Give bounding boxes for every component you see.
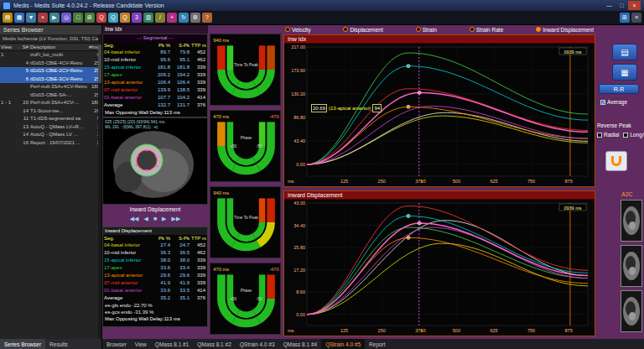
a2c-frame-1[interactable] <box>621 200 642 242</box>
patient-browser-icon[interactable]: ▤ <box>3 13 13 23</box>
qmass-icon[interactable]: Q <box>96 13 106 23</box>
stop-button[interactable]: ■ <box>153 215 157 222</box>
app-tab-qmass-8-1-4[interactable]: QMass 8.1 #4 <box>279 339 321 349</box>
a2c-frame-2[interactable] <box>621 245 642 287</box>
mode-velocity[interactable]: Velocity <box>285 27 310 33</box>
lv-shape-icon <box>611 156 621 166</box>
series-row[interactable]: 1 - 120Perf-trufi-3SA+4CV-...180 <box>0 99 101 107</box>
close-study-icon[interactable]: × <box>38 13 48 23</box>
series-row[interactable]: Perf-trufi-3SA+4CV-Retro180 <box>0 83 101 91</box>
app-tabs: BrowserViewQMass 8.1 #1QMass 8.1 #2QStra… <box>102 339 390 349</box>
qflow-icon[interactable]: Q <box>108 13 118 23</box>
series-row[interactable]: 13AutoQ - QMass LV+R...1 <box>0 123 101 132</box>
series-row[interactable]: 4tf2d15-CBiE-4CV-Retro25 <box>0 60 101 68</box>
series-row[interactable]: 1truFi_loc_multi6 <box>0 51 101 60</box>
maximize-button[interactable]: □ <box>615 1 628 10</box>
marker-icon[interactable]: + <box>167 13 177 23</box>
export-report-button[interactable]: ▤ <box>612 44 637 60</box>
rr-interval-button[interactable]: R-R <box>599 84 639 94</box>
metric-row: es-gcs endo -31.39 % <box>103 309 207 315</box>
panel-tab-series-browser[interactable]: Series Browser <box>0 339 45 349</box>
close-button[interactable]: × <box>628 1 641 10</box>
app-tab-qstrain-4-0-3[interactable]: QStrain 4.0 #3 <box>236 339 279 349</box>
checkbox-long-rot[interactable]: Long/Rot <box>623 132 644 138</box>
settings-icon[interactable]: ⚙ <box>190 13 200 23</box>
app-tab-qmass-8-1-1[interactable]: QMass 8.1 #1 <box>151 339 193 349</box>
series-scrollbar[interactable] <box>98 34 101 339</box>
app-tab-browser[interactable]: Browser <box>102 339 131 349</box>
segment-row: 07-mid anterior139.9138.5339 <box>103 86 207 94</box>
segment-row: 04-basal inferior27.424.7452 <box>103 242 207 249</box>
svg-text:ms.: ms. <box>288 328 295 333</box>
segmental-table: -.- Segmental -.- Seg. Pk % S-Pk TTP ms … <box>102 34 208 117</box>
displacement-table-title: Inward Displacement <box>103 227 207 235</box>
save-result-button[interactable]: ▦ <box>612 64 637 81</box>
segment-map-1: 940 msTime To Peak <box>210 34 281 106</box>
svg-text:750: 750 <box>527 328 535 333</box>
svg-text:0939 ms: 0939 ms <box>564 206 581 211</box>
lv-model-button[interactable] <box>605 151 627 171</box>
svg-text:875: 875 <box>565 179 573 184</box>
study-label[interactable]: Medis Ischemia (LV Function, DSI, TSI) C… <box>0 34 101 44</box>
right-button-stack: ▤▦ <box>612 44 637 81</box>
inw-idx-plot[interactable]: 217.00173.60130.2086.8043.400.0012525037… <box>284 44 595 190</box>
segment-row: 13-apical anterior106.4106.4339 <box>103 79 207 86</box>
skip-start-button[interactable]: ◀◀ <box>130 215 139 222</box>
titlebar: Medis - Medis Suite 4.0.24.2 - Release C… <box>0 0 644 11</box>
segmental-table-header: Seg. Pk % S-Pk TTP ms <box>103 42 207 49</box>
movie-icon[interactable]: ▶ <box>49 13 60 23</box>
inward-displacement-plot[interactable]: 43.0034.4025.8017.208.600.00125250375500… <box>284 200 595 339</box>
panel-tab-results[interactable]: Results <box>45 339 72 349</box>
series-row[interactable]: tf2d15-CBiE-SA-...25 <box>0 91 101 100</box>
mode-strain-rate[interactable]: Strain Rate <box>470 27 504 33</box>
tooltip-frame: 94 <box>372 104 382 112</box>
cine-viewport[interactable]: 025 (25/25) [2D] (93/94) 941 ms. WL 191 … <box>102 117 208 205</box>
window-layout-icon[interactable]: ⊞ <box>620 13 630 23</box>
series-row[interactable]: 11T1-tf2i5-segmented sa9 <box>0 115 101 123</box>
save-icon[interactable]: ▼ <box>26 13 36 23</box>
chart-tooltip: 20.69 (13-apical anterior) 94 <box>311 104 382 112</box>
segment-row: 17-apex33.633.4339 <box>103 264 207 272</box>
segment-map-2: 470 ms-470Phase+50-50 <box>210 110 281 182</box>
average-checkbox[interactable]: Average <box>600 99 627 105</box>
series-row[interactable]: 14AutoQ - QMass LV ...1 <box>0 131 101 139</box>
segment-row: 13-apical anterior29.629.6339 <box>103 272 207 279</box>
study-load-icon[interactable]: ▦ <box>14 13 24 23</box>
hamburger-menu-icon[interactable]: ≡ <box>631 13 641 23</box>
mode-selector: VelocityDisplacementStrainStrain RateInw… <box>285 25 594 34</box>
svg-text:0.00: 0.00 <box>296 162 305 167</box>
q3d-icon[interactable]: 3 <box>132 13 142 23</box>
series-row[interactable]: 16Report : 19/07/2021 ...2 <box>0 139 101 148</box>
checkbox-radial[interactable]: Radial <box>597 132 619 138</box>
app-tab-view[interactable]: View <box>131 339 151 349</box>
segment-row: 04-basal inferior89.779.8452 <box>103 49 207 56</box>
segment-row: 17-apex206.2194.2339 <box>103 71 207 79</box>
mode-displacement[interactable]: Displacement <box>343 27 382 33</box>
series-row[interactable]: 5tf2d15-CBiE-2CV-Retro25 <box>0 67 101 76</box>
series-row[interactable]: 6tf2d15-CBiE-3CV-Retro25 <box>0 76 101 84</box>
svg-text:750: 750 <box>527 179 535 184</box>
step-back-button[interactable]: ◀ <box>143 215 148 222</box>
layout-grid-icon[interactable]: ⊞ <box>85 13 95 23</box>
a2c-frame-3[interactable] <box>621 290 642 332</box>
ruler-icon[interactable]: / <box>155 13 165 23</box>
radio-icon <box>343 27 348 32</box>
series-row[interactable]: 14T1-Scout-tse...26 <box>0 107 101 116</box>
svg-text:e5: e5 <box>421 328 426 333</box>
app-tab-qstrain-4-0-5[interactable]: QStrain 4.0 #5 <box>321 339 365 349</box>
play-button[interactable]: ▶ <box>162 215 166 222</box>
mode-inward-displacement[interactable]: Inward Displacement <box>536 27 594 33</box>
snapshot-icon[interactable]: ◎ <box>61 13 71 23</box>
qstrain-icon[interactable]: Q <box>120 13 130 23</box>
refresh-icon[interactable]: ↻ <box>179 13 189 23</box>
help-icon[interactable]: ? <box>202 13 212 23</box>
app-tab-qmass-8-1-2[interactable]: QMass 8.1 #2 <box>193 339 235 349</box>
minimize-button[interactable]: — <box>603 1 615 10</box>
checkbox-icon <box>597 133 602 138</box>
skip-end-button[interactable]: ▶▶ <box>172 215 181 222</box>
app-tab-report[interactable]: Report <box>365 339 390 349</box>
layout-single-icon[interactable]: □ <box>73 13 83 23</box>
mode-strain[interactable]: Strain <box>416 27 437 33</box>
report-icon[interactable]: ▥ <box>143 13 153 23</box>
svg-text:125: 125 <box>340 179 348 184</box>
